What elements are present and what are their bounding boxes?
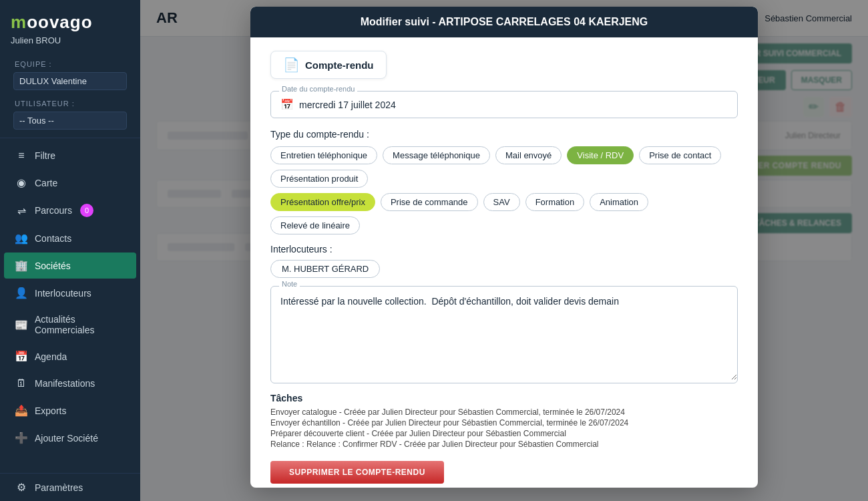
sidebar-item-parcours[interactable]: ⇌ Parcours 0 bbox=[4, 197, 136, 224]
sidebar-item-label: Manifestations bbox=[35, 378, 95, 389]
tags-row-1: Entretien téléphonique Message téléphoni… bbox=[270, 146, 738, 188]
sidebar-item-ajouter-societe[interactable]: ➕ Ajouter Société bbox=[4, 425, 136, 451]
sidebar-item-contacts[interactable]: 👥 Contacts bbox=[4, 225, 136, 251]
sidebar-item-label: Sociétés bbox=[35, 261, 71, 271]
tag-sav[interactable]: SAV bbox=[483, 193, 520, 211]
parcours-badge: 0 bbox=[80, 204, 93, 217]
date-field[interactable]: Date du compte-rendu 📅 mercredi 17 juill… bbox=[270, 91, 738, 118]
interlocuteur-chip: M. HUBERT GÉRARD bbox=[270, 260, 380, 278]
actualites-icon: 📰 bbox=[15, 319, 28, 331]
sidebar-item-label: Actualités Commerciales bbox=[35, 314, 126, 335]
calendar-icon: 📅 bbox=[280, 98, 294, 111]
sidebar-item-label: Carte bbox=[35, 178, 57, 188]
sidebar-item-label: Paramètres bbox=[35, 482, 83, 493]
add-icon: ➕ bbox=[15, 432, 28, 444]
sidebar-item-parametres[interactable]: ⚙ Paramètres bbox=[4, 474, 136, 500]
date-field-label: Date du compte-rendu bbox=[279, 85, 357, 93]
exports-icon: 📤 bbox=[15, 404, 28, 417]
map-icon: ◉ bbox=[15, 176, 28, 189]
date-value: mercredi 17 juillet 2024 bbox=[299, 100, 396, 110]
route-icon: ⇌ bbox=[15, 204, 28, 217]
contacts-icon: 👥 bbox=[15, 232, 28, 244]
tag-presentation-offre[interactable]: Présentation offre/prix bbox=[270, 193, 375, 211]
tag-formation[interactable]: Formation bbox=[525, 193, 585, 211]
taches-section: Tâches Envoyer catalogue - Créée par Jul… bbox=[270, 393, 738, 449]
utilisateur-select[interactable]: -- Tous -- bbox=[13, 112, 127, 130]
modal-body: 📄 Compte-rendu Date du compte-rendu 📅 me… bbox=[250, 37, 758, 488]
note-field-label: Note bbox=[279, 280, 300, 288]
tache-1: Envoyer catalogue - Créée par Julien Dir… bbox=[270, 407, 738, 417]
tag-prise-commande[interactable]: Prise de commande bbox=[381, 193, 478, 211]
tache-3: Préparer découverte client - Créée par J… bbox=[270, 429, 738, 438]
sidebar-item-actualites[interactable]: 📰 Actualités Commerciales bbox=[4, 307, 136, 342]
note-field[interactable]: Note bbox=[270, 286, 738, 383]
filter-icon: ≡ bbox=[15, 150, 28, 162]
tag-releve[interactable]: Relevé de linéaire bbox=[270, 216, 360, 234]
sidebar-item-filtre[interactable]: ≡ Filtre bbox=[4, 143, 136, 168]
settings-icon: ⚙ bbox=[15, 481, 28, 494]
delete-cr-button[interactable]: SUPPRIMER LE COMPTE-RENDU bbox=[270, 461, 444, 484]
utilisateur-label: Utilisateur : bbox=[7, 94, 134, 110]
interlocuteurs-label: Interlocuteurs : bbox=[270, 244, 738, 255]
sidebar-item-label: Ajouter Société bbox=[35, 433, 98, 444]
main-content: AR Sébastien Commercial AJOUTER SUIVI CO… bbox=[140, 0, 868, 501]
sidebar-item-societes[interactable]: 🏢 Sociétés bbox=[4, 253, 136, 279]
tag-animation[interactable]: Animation bbox=[590, 193, 648, 211]
sidebar: moovago Julien BROU Equipe : DULUX Valen… bbox=[0, 0, 140, 501]
tag-presentation-produit[interactable]: Présentation produit bbox=[270, 170, 368, 188]
tag-entretien[interactable]: Entretien téléphonique bbox=[270, 146, 377, 164]
sidebar-item-label: Interlocuteurs bbox=[35, 288, 91, 299]
manifestations-icon: 🗓 bbox=[15, 377, 28, 389]
date-field-value: 📅 mercredi 17 juillet 2024 bbox=[280, 98, 728, 111]
sidebar-item-label: Contacts bbox=[35, 233, 71, 244]
sidebar-logo: moovago Julien BROU bbox=[0, 0, 140, 52]
cr-document-icon: 📄 bbox=[283, 57, 300, 73]
sidebar-item-label: Exports bbox=[35, 405, 66, 416]
type-label: Type du compte-rendu : bbox=[270, 129, 738, 140]
team-label: Equipe : bbox=[7, 55, 134, 71]
team-select-wrap[interactable]: DULUX Valentine bbox=[7, 71, 134, 94]
team-select[interactable]: DULUX Valentine bbox=[13, 72, 127, 90]
societes-icon: 🏢 bbox=[15, 259, 28, 272]
sidebar-bottom: ⚙ Paramètres bbox=[0, 473, 140, 501]
utilisateur-select-wrap[interactable]: -- Tous -- bbox=[7, 110, 134, 134]
tag-visite[interactable]: Visite / RDV bbox=[567, 146, 634, 164]
sidebar-item-interlocuteurs[interactable]: 👤 Interlocuteurs bbox=[4, 280, 136, 306]
sidebar-item-exports[interactable]: 📤 Exports bbox=[4, 397, 136, 424]
sidebar-item-label: Parcours bbox=[35, 205, 72, 216]
modal: Modifier suivi - ARTIPOSE CARRELAGES 04 … bbox=[250, 7, 758, 488]
modal-title: Modifier suivi - ARTIPOSE CARRELAGES 04 … bbox=[361, 16, 648, 27]
tag-mail[interactable]: Mail envoyé bbox=[495, 146, 562, 164]
sidebar-item-manifestations[interactable]: 🗓 Manifestations bbox=[4, 371, 136, 396]
taches-title: Tâches bbox=[270, 393, 738, 403]
tags-row-2: Présentation offre/prix Prise de command… bbox=[270, 193, 738, 234]
sidebar-item-agenda[interactable]: 📅 Agenda bbox=[4, 343, 136, 369]
tache-2: Envoyer échantillon - Créée par Julien D… bbox=[270, 418, 738, 428]
cr-label: Compte-rendu bbox=[305, 59, 374, 71]
tache-4: Relance : Relance : Confirmer RDV - Créé… bbox=[270, 440, 738, 449]
modal-overlay: Modifier suivi - ARTIPOSE CARRELAGES 04 … bbox=[140, 0, 868, 501]
note-textarea[interactable] bbox=[271, 287, 737, 380]
sidebar-item-label: Agenda bbox=[35, 351, 67, 362]
modal-header: Modifier suivi - ARTIPOSE CARRELAGES 04 … bbox=[250, 7, 758, 37]
interlocuteurs-icon: 👤 bbox=[15, 287, 28, 299]
sidebar-username: Julien BROU bbox=[11, 35, 61, 45]
agenda-icon: 📅 bbox=[15, 350, 28, 363]
tag-message[interactable]: Message téléphonique bbox=[383, 146, 490, 164]
tag-prise-contact[interactable]: Prise de contact bbox=[639, 146, 721, 164]
sidebar-item-label: Filtre bbox=[35, 150, 55, 161]
sidebar-item-carte[interactable]: ◉ Carte bbox=[4, 170, 136, 196]
logo: moovago bbox=[11, 12, 93, 33]
cr-chip: 📄 Compte-rendu bbox=[270, 51, 387, 79]
